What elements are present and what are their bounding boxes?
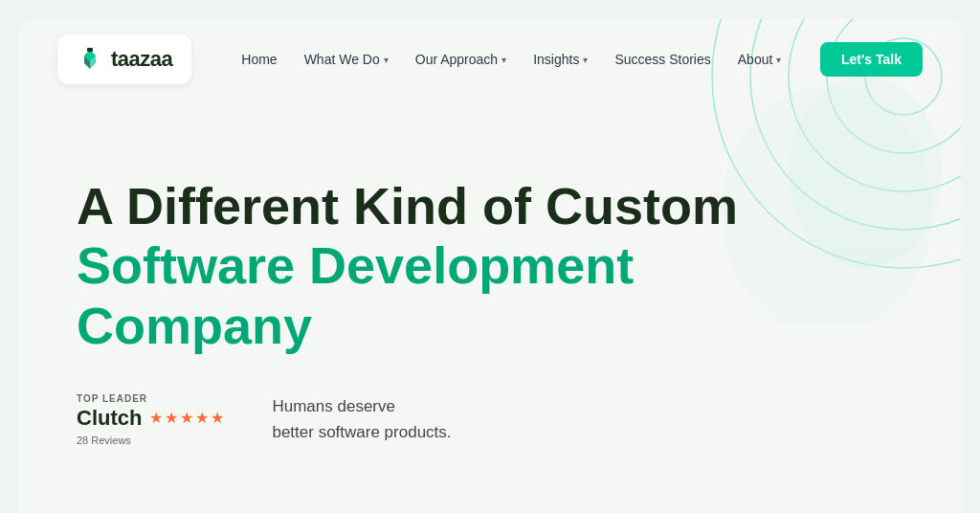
page-wrapper: taazaa Home What We Do ▾ Our Approach ▾ …	[19, 19, 961, 513]
clutch-top-label: TOP LEADER	[77, 393, 224, 404]
clutch-stars: ★ ★ ★ ★ ★	[149, 409, 224, 427]
lets-talk-button[interactable]: Let's Talk	[820, 42, 923, 77]
star-2: ★	[165, 409, 178, 427]
nav-about[interactable]: About ▾	[726, 44, 793, 75]
chevron-down-icon: ▾	[776, 55, 781, 65]
taazaa-logo-icon	[77, 46, 103, 73]
chevron-down-icon: ▾	[501, 55, 506, 65]
clutch-reviews: 28 Reviews	[77, 435, 224, 446]
nav-our-approach[interactable]: Our Approach ▾	[404, 44, 518, 75]
nav-home[interactable]: Home	[230, 44, 288, 75]
clutch-logo: Clutch	[77, 406, 142, 431]
hero-title: A Different Kind of Custom Software Deve…	[77, 176, 794, 354]
logo-text: taazaa	[111, 47, 172, 72]
nav-what-we-do[interactable]: What We Do ▾	[293, 44, 400, 75]
svg-rect-8	[87, 48, 93, 52]
star-3: ★	[180, 409, 193, 427]
nav-links: Home What We Do ▾ Our Approach ▾ Insight…	[230, 44, 820, 75]
logo-container[interactable]: taazaa	[57, 34, 191, 84]
hero-bottom: TOP LEADER Clutch ★ ★ ★ ★ ★ 28 Reviews H…	[77, 393, 903, 446]
star-1: ★	[149, 409, 163, 427]
chevron-down-icon: ▾	[384, 55, 389, 65]
chevron-down-icon: ▾	[583, 55, 588, 65]
nav-insights[interactable]: Insights ▾	[522, 44, 599, 75]
hero-title-line2: Software Development Company	[77, 235, 794, 354]
hero-section: A Different Kind of Custom Software Deve…	[19, 100, 961, 513]
star-4: ★	[195, 409, 209, 427]
clutch-badge: TOP LEADER Clutch ★ ★ ★ ★ ★ 28 Reviews	[77, 393, 224, 446]
star-5: ★	[211, 409, 224, 427]
navbar: taazaa Home What We Do ▾ Our Approach ▾ …	[19, 19, 961, 100]
nav-success-stories[interactable]: Success Stories	[603, 44, 722, 75]
hero-tagline: Humans deserve better software products.	[272, 393, 451, 445]
hero-title-line1: A Different Kind of Custom	[77, 176, 794, 235]
clutch-row: Clutch ★ ★ ★ ★ ★	[77, 406, 224, 431]
